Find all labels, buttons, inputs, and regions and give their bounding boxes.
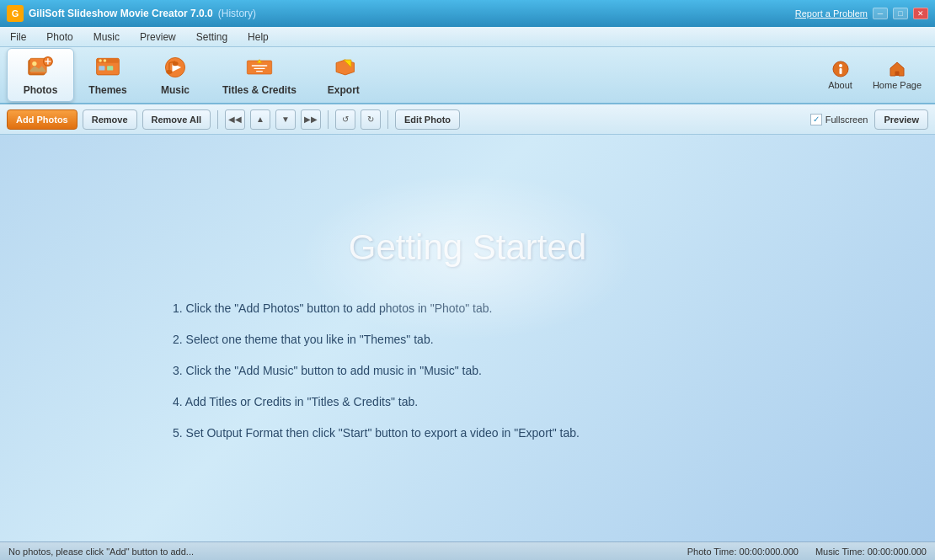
menu-preview[interactable]: Preview [136, 29, 179, 45]
separator-1 [217, 110, 218, 129]
edit-photo-button[interactable]: Edit Photo [395, 109, 460, 130]
status-right: Photo Time: 00:00:000.000 Music Time: 00… [687, 547, 927, 557]
svg-rect-11 [107, 66, 113, 70]
step-4: 4. Add Titles or Credits in "Titles & Cr… [173, 387, 762, 418]
music-time: Music Time: 00:00:000.000 [815, 547, 927, 557]
steps-list: 1. Click the "Add Photos" button to add … [173, 293, 762, 449]
remove-button[interactable]: Remove [83, 109, 137, 130]
action-bar-right: ✓ Fullscreen Preview [810, 109, 928, 130]
svg-rect-10 [99, 66, 104, 70]
tab-music[interactable]: Music [142, 49, 209, 101]
step-3: 3. Click the "Add Music" button to add m… [173, 355, 762, 387]
photos-icon [27, 54, 54, 81]
menu-photo[interactable]: Photo [43, 29, 76, 45]
add-photos-button[interactable]: Add Photos [7, 109, 77, 130]
step-2: 2. Select one theme that you like in "Th… [173, 324, 762, 355]
home-icon [889, 61, 906, 77]
maximize-button[interactable]: □ [893, 8, 908, 19]
minimize-button[interactable]: ─ [873, 8, 888, 19]
svg-point-13 [166, 70, 172, 74]
app-logo: G [7, 5, 24, 22]
titles-icon [246, 54, 273, 81]
toolbar-right: About Home Page [821, 57, 928, 93]
tab-music-label: Music [161, 84, 190, 96]
nav-first-button[interactable]: ◀◀ [225, 109, 245, 130]
export-icon [330, 54, 357, 81]
menu-music[interactable]: Music [90, 29, 123, 45]
fullscreen-checkbox[interactable]: ✓ [810, 114, 822, 125]
about-button[interactable]: About [821, 57, 859, 93]
preview-button[interactable]: Preview [874, 109, 928, 130]
themes-icon [94, 54, 121, 81]
app-title: GiliSoft Slideshow Movie Creator 7.0.0 [29, 8, 213, 19]
redo-button[interactable]: ↻ [361, 109, 381, 130]
nav-prev-button[interactable]: ▲ [250, 109, 270, 130]
about-label: About [828, 80, 852, 90]
nav-last-button[interactable]: ▶▶ [301, 109, 321, 130]
app-history: (History) [218, 8, 256, 19]
tab-group: Photos Themes [7, 48, 821, 102]
separator-2 [328, 110, 329, 129]
fullscreen-check[interactable]: ✓ Fullscreen [810, 114, 868, 125]
menu-help[interactable]: Help [244, 29, 272, 45]
about-icon [832, 61, 849, 77]
tab-titles-credits[interactable]: Titles & Credits [209, 49, 310, 101]
step-1: 1. Click the "Add Photos" button to add … [173, 293, 762, 324]
toolbar: Photos Themes [0, 47, 935, 104]
tab-photos-label: Photos [24, 84, 58, 96]
nav-next-button[interactable]: ▼ [275, 109, 296, 130]
svg-rect-30 [895, 72, 899, 76]
status-bar: No photos, please click "Add" button to … [0, 541, 935, 560]
svg-rect-19 [252, 65, 268, 66]
fullscreen-label: Fullscreen [825, 115, 868, 125]
home-page-label: Home Page [873, 80, 922, 90]
svg-point-27 [839, 64, 842, 67]
tab-themes-label: Themes [88, 84, 126, 96]
photo-time: Photo Time: 00:00:000.000 [687, 547, 799, 557]
menu-file[interactable]: File [7, 29, 29, 45]
tab-export[interactable]: Export [310, 49, 377, 101]
svg-point-16 [172, 61, 178, 66]
getting-started-title: Getting Started [349, 227, 587, 268]
music-icon [162, 54, 189, 81]
tab-titles-credits-label: Titles & Credits [222, 84, 297, 96]
action-bar: Add Photos Remove Remove All ◀◀ ▲ ▼ ▶▶ ↺… [0, 104, 935, 135]
undo-button[interactable]: ↺ [335, 109, 355, 130]
svg-point-9 [104, 59, 107, 62]
status-message: No photos, please click "Add" button to … [8, 547, 194, 557]
menu-bar: File Photo Music Preview Setting Help [0, 27, 935, 47]
svg-rect-28 [839, 68, 842, 74]
title-bar: G GiliSoft Slideshow Movie Creator 7.0.0… [0, 0, 935, 27]
tab-export-label: Export [328, 84, 360, 96]
menu-setting[interactable]: Setting [193, 29, 231, 45]
report-problem-link[interactable]: Report a Problem [795, 8, 868, 19]
main-content: Getting Started 1. Click the "Add Photos… [0, 135, 935, 541]
close-button[interactable]: ✕ [913, 8, 928, 19]
remove-all-button[interactable]: Remove All [142, 109, 211, 130]
separator-3 [387, 110, 388, 129]
svg-point-8 [99, 59, 102, 62]
home-page-button[interactable]: Home Page [866, 57, 928, 93]
step-5: 5. Set Output Format then click "Start" … [173, 418, 762, 449]
svg-rect-20 [254, 68, 264, 69]
svg-rect-21 [256, 71, 263, 72]
tab-themes[interactable]: Themes [74, 49, 142, 101]
svg-point-2 [32, 61, 36, 66]
tab-photos[interactable]: Photos [7, 48, 74, 102]
